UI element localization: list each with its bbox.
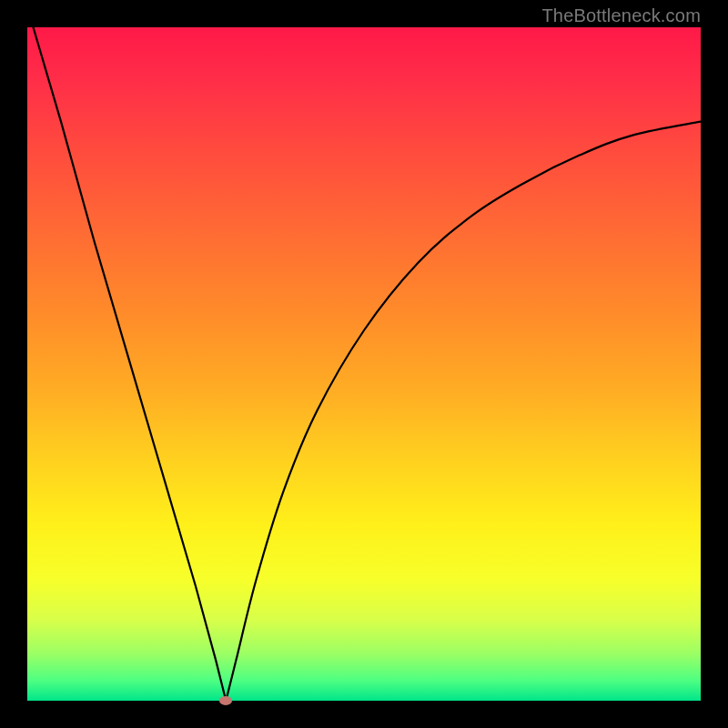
watermark-text: TheBottleneck.com [541,5,701,26]
minimum-marker [219,696,232,705]
bottleneck-curve [27,27,701,701]
plot-area [27,27,701,701]
chart-frame: TheBottleneck.com [0,0,728,728]
